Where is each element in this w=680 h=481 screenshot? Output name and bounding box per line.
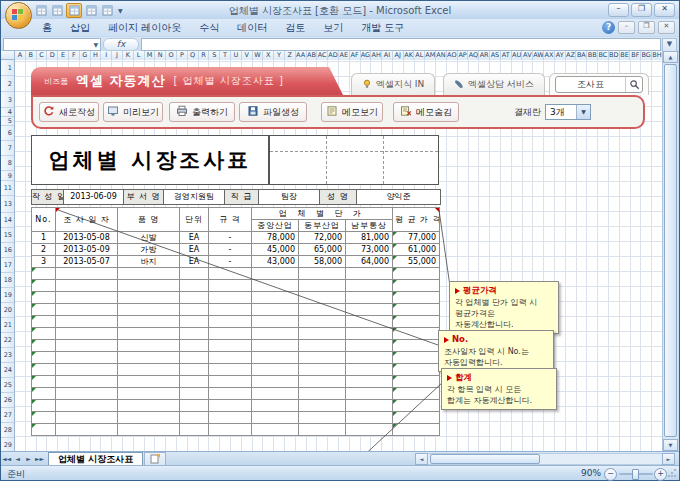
- table-cell[interactable]: [32, 424, 56, 436]
- table-cell[interactable]: [56, 268, 118, 280]
- table-cell[interactable]: 2013-05-09: [56, 244, 118, 256]
- table-cell[interactable]: [180, 424, 209, 436]
- table-cell[interactable]: [346, 328, 393, 340]
- table-cell[interactable]: [299, 292, 346, 304]
- first-sheet-icon[interactable]: ◄◄: [1, 452, 12, 465]
- table-cell[interactable]: [180, 388, 209, 400]
- table-cell[interactable]: [393, 388, 440, 400]
- toolbar-button-2[interactable]: 출력하기: [169, 102, 235, 122]
- table-cell[interactable]: [32, 304, 56, 316]
- table-cell[interactable]: [180, 352, 209, 364]
- table-cell[interactable]: [252, 424, 299, 436]
- table-cell[interactable]: [393, 328, 440, 340]
- table-cell[interactable]: [252, 388, 299, 400]
- table-cell[interactable]: [346, 316, 393, 328]
- table-cell[interactable]: 81,000: [346, 232, 393, 244]
- info-value[interactable]: 팀장: [259, 190, 320, 204]
- table-cell[interactable]: [346, 292, 393, 304]
- table-cell[interactable]: 78,000: [252, 232, 299, 244]
- last-sheet-icon[interactable]: ►►: [34, 452, 45, 465]
- info-value[interactable]: 경영지원팀: [164, 190, 225, 204]
- table-cell[interactable]: [56, 424, 118, 436]
- table-cell[interactable]: [32, 388, 56, 400]
- table-cell[interactable]: [209, 388, 252, 400]
- horizontal-scrollbar[interactable]: ◄ ►: [415, 453, 675, 465]
- table-cell[interactable]: 55,000: [393, 256, 440, 268]
- table-cell[interactable]: [118, 328, 180, 340]
- table-cell[interactable]: [299, 388, 346, 400]
- approval-count-select[interactable]: 3개 ▼: [545, 104, 591, 120]
- table-cell[interactable]: [299, 364, 346, 376]
- table-cell[interactable]: [393, 412, 440, 424]
- table-cell[interactable]: [299, 280, 346, 292]
- table-cell[interactable]: 65,000: [299, 244, 346, 256]
- table-cell[interactable]: 1: [32, 232, 56, 244]
- zoom-out-icon[interactable]: −: [604, 468, 617, 481]
- table-cell[interactable]: [56, 328, 118, 340]
- table-cell[interactable]: [299, 352, 346, 364]
- table-cell[interactable]: [252, 304, 299, 316]
- qat-dropdown-icon[interactable]: ▼: [118, 7, 123, 14]
- table-cell[interactable]: [346, 424, 393, 436]
- table-cell[interactable]: [118, 292, 180, 304]
- table-cell[interactable]: [299, 304, 346, 316]
- table-cell[interactable]: [252, 412, 299, 424]
- table-cell[interactable]: [252, 328, 299, 340]
- table-cell[interactable]: [209, 292, 252, 304]
- table-cell[interactable]: [209, 340, 252, 352]
- table-cell[interactable]: [346, 268, 393, 280]
- table-cell[interactable]: [180, 376, 209, 388]
- table-cell[interactable]: -: [209, 244, 252, 256]
- horizontal-scrollbar-thumb[interactable]: [430, 454, 540, 464]
- table-cell[interactable]: [56, 340, 118, 352]
- table-cell[interactable]: [180, 304, 209, 316]
- table-cell[interactable]: [393, 280, 440, 292]
- table-cell[interactable]: [346, 376, 393, 388]
- table-cell[interactable]: [209, 280, 252, 292]
- table-cell[interactable]: [32, 376, 56, 388]
- table-cell[interactable]: [209, 424, 252, 436]
- table-cell[interactable]: [118, 340, 180, 352]
- table-cell[interactable]: [299, 400, 346, 412]
- table-cell[interactable]: [393, 352, 440, 364]
- table-cell[interactable]: 2013-05-08: [56, 232, 118, 244]
- table-cell[interactable]: 77,000: [393, 232, 440, 244]
- table-cell[interactable]: [299, 424, 346, 436]
- table-cell[interactable]: [32, 268, 56, 280]
- table-cell[interactable]: 신발: [118, 232, 180, 244]
- info-value[interactable]: 2013-06-09: [64, 190, 124, 204]
- table-cell[interactable]: [32, 352, 56, 364]
- table-cell[interactable]: 3: [32, 256, 56, 268]
- table-cell[interactable]: [56, 304, 118, 316]
- table-cell[interactable]: [209, 316, 252, 328]
- table-cell[interactable]: 45,000: [252, 244, 299, 256]
- table-cell[interactable]: [252, 400, 299, 412]
- table-cell[interactable]: [209, 268, 252, 280]
- table-cell[interactable]: [393, 424, 440, 436]
- table-cell[interactable]: EA: [180, 232, 209, 244]
- table-cell[interactable]: [209, 412, 252, 424]
- table-cell[interactable]: [346, 304, 393, 316]
- table-cell[interactable]: [180, 268, 209, 280]
- table-cell[interactable]: [252, 268, 299, 280]
- table-cell[interactable]: [118, 304, 180, 316]
- table-cell[interactable]: [180, 316, 209, 328]
- table-cell[interactable]: [346, 280, 393, 292]
- table-cell[interactable]: [209, 364, 252, 376]
- table-cell[interactable]: [393, 316, 440, 328]
- table-cell[interactable]: [299, 268, 346, 280]
- table-cell[interactable]: [252, 352, 299, 364]
- table-cell[interactable]: [252, 316, 299, 328]
- horizontal-scrollbar-track[interactable]: [428, 453, 662, 465]
- table-cell[interactable]: EA: [180, 244, 209, 256]
- table-cell[interactable]: [393, 400, 440, 412]
- table-cell[interactable]: [118, 316, 180, 328]
- table-cell[interactable]: [118, 412, 180, 424]
- table-cell[interactable]: [346, 364, 393, 376]
- table-cell[interactable]: [56, 364, 118, 376]
- table-cell[interactable]: [32, 292, 56, 304]
- table-cell[interactable]: [252, 364, 299, 376]
- table-cell[interactable]: [118, 280, 180, 292]
- table-cell[interactable]: [56, 376, 118, 388]
- table-cell[interactable]: [32, 400, 56, 412]
